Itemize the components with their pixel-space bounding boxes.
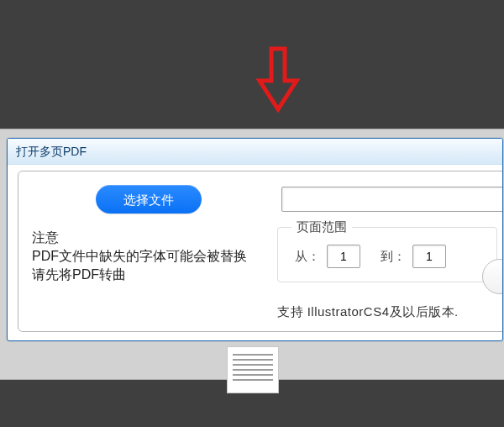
page-thumbnail xyxy=(227,346,279,393)
choose-file-button[interactable]: 选择文件 xyxy=(96,185,202,214)
notes-heading: 注意 xyxy=(32,229,259,247)
notes-line: PDF文件中缺失的字体可能会被替换 xyxy=(32,247,259,266)
notes-block: 注意 PDF文件中缺失的字体可能会被替换 请先将PDF转曲 xyxy=(32,229,259,284)
support-text: 支持 IllustratorCS4及以后版本. xyxy=(277,304,459,320)
file-path-input[interactable] xyxy=(281,187,503,212)
dialog-title: 打开多页PDF xyxy=(8,139,502,165)
page-range-from-input[interactable] xyxy=(327,245,360,268)
annotation-arrow-icon xyxy=(256,45,300,113)
page-range-from-label: 从： xyxy=(295,249,320,265)
page-range-to-input[interactable] xyxy=(412,245,446,268)
page-range-legend: 页面范围 xyxy=(291,219,352,235)
page-range-group: 页面范围 从： 到： xyxy=(277,227,497,282)
open-multipage-pdf-dialog: 打开多页PDF 选择文件 注意 PDF文件中缺失的字体可能会被替换 请先将PDF… xyxy=(7,138,503,341)
notes-line: 请先将PDF转曲 xyxy=(32,266,259,284)
dialog-body: 选择文件 注意 PDF文件中缺失的字体可能会被替换 请先将PDF转曲 页面范围 … xyxy=(18,171,503,332)
page-range-to-label: 到： xyxy=(381,249,406,265)
